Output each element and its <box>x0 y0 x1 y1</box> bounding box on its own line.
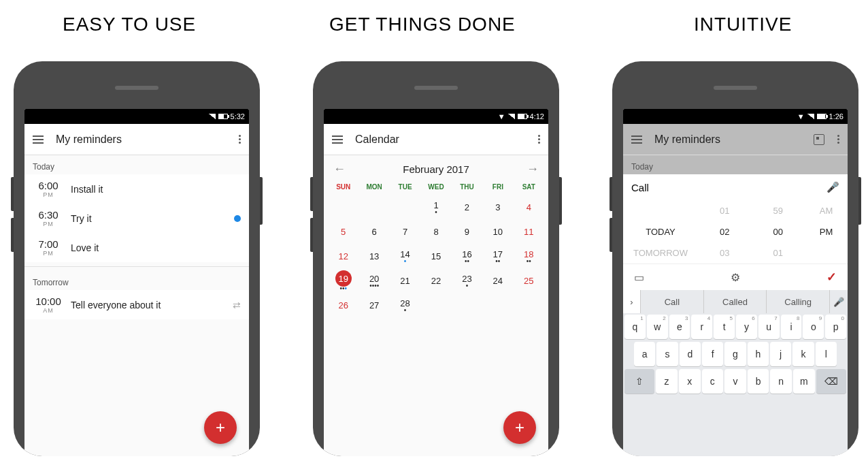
section-tomorrow: Tomorrow <box>24 271 249 290</box>
key-z[interactable]: z <box>656 369 678 394</box>
calendar-day[interactable]: 23• <box>452 268 482 293</box>
key-q[interactable]: q1 <box>624 315 646 339</box>
key-m[interactable]: m <box>793 369 815 394</box>
signal-icon <box>209 114 216 119</box>
suggestion-3[interactable]: Calling <box>767 290 830 313</box>
reminder-item[interactable]: 6:00 PM Install it <box>24 174 249 204</box>
calendar-day[interactable]: 15 <box>420 244 451 268</box>
prev-month-icon[interactable]: ← <box>333 162 346 176</box>
signal-icon <box>807 114 814 119</box>
more-icon[interactable] <box>837 135 839 144</box>
confirm-icon[interactable]: ✓ <box>827 270 837 285</box>
key-j[interactable]: j <box>770 342 791 366</box>
calendar-day[interactable]: 8 <box>420 219 451 244</box>
key-shift[interactable]: ⇧ <box>624 369 654 394</box>
signal-icon <box>508 114 515 119</box>
key-i[interactable]: i8 <box>781 315 802 339</box>
calendar-day[interactable]: 1• <box>420 195 451 219</box>
key-p[interactable]: p0 <box>825 315 846 339</box>
fab-add[interactable]: + <box>204 411 237 444</box>
key-e[interactable]: e3 <box>669 315 690 339</box>
event-dots-icon: • <box>435 210 437 214</box>
date-icon[interactable]: ▭ <box>634 271 644 284</box>
menu-icon[interactable] <box>33 135 44 144</box>
suggestion-expand-icon[interactable]: › <box>623 290 641 313</box>
calendar-day[interactable]: 6 <box>358 219 389 244</box>
status-bar: 5:32 <box>24 109 249 124</box>
menu-icon[interactable] <box>332 135 343 144</box>
calendar-day[interactable]: 3 <box>482 195 513 219</box>
calendar-day[interactable]: 14• <box>390 244 420 268</box>
key-o[interactable]: o9 <box>803 315 824 339</box>
calendar-day[interactable]: 9 <box>452 219 482 244</box>
calendar-day[interactable]: 12 <box>328 244 358 268</box>
calendar-day[interactable]: 16•• <box>452 244 482 268</box>
keyboard-mic-icon[interactable]: 🎤 <box>830 297 848 307</box>
reminder-input[interactable]: Call 🎤 <box>623 174 848 200</box>
key-a[interactable]: a <box>634 342 655 366</box>
key-t[interactable]: t5 <box>714 315 735 339</box>
calendar-day[interactable]: 5 <box>328 219 358 244</box>
key-l[interactable]: l <box>816 342 837 366</box>
key-w[interactable]: w2 <box>647 315 668 339</box>
calendar-day[interactable]: 4 <box>514 195 544 219</box>
key-u[interactable]: u7 <box>758 315 780 339</box>
calendar-day[interactable]: 17•• <box>482 244 513 268</box>
calendar-day[interactable]: 13 <box>358 244 389 268</box>
key-d[interactable]: d <box>680 342 701 366</box>
suggestion-bar: › Call Called Calling 🎤 <box>623 290 848 313</box>
key-x[interactable]: x <box>679 369 701 394</box>
more-icon[interactable] <box>238 135 241 144</box>
reminder-item[interactable]: 6:30 PM Try it <box>24 204 249 233</box>
next-month-icon[interactable]: → <box>527 162 539 176</box>
calendar-dow: SUN <box>328 179 358 195</box>
picker-hour-curr[interactable]: 02 <box>698 221 752 242</box>
calendar-day[interactable]: 11 <box>514 219 544 244</box>
calendar-day[interactable]: 28• <box>390 293 420 317</box>
calendar-day[interactable]: 26 <box>328 293 358 317</box>
reminder-input-value: Call <box>631 182 827 193</box>
suggestion-2[interactable]: Called <box>704 290 767 313</box>
picker-ampm-curr[interactable]: PM <box>805 221 848 242</box>
picker-min-curr[interactable]: 00 <box>752 221 805 242</box>
picker-day-curr[interactable]: TODAY <box>623 221 698 242</box>
picker-ampm-next <box>805 242 848 264</box>
time-picker[interactable]: 01 59 AM TODAY 02 00 PM TOMORROW 03 01 <box>623 200 848 264</box>
reminder-item[interactable]: 7:00 PM Love it <box>24 233 249 262</box>
key-f[interactable]: f <box>702 342 723 366</box>
reminder-item[interactable]: 10:00 AM Tell everyone about it ⇄ <box>24 290 249 319</box>
key-c[interactable]: c <box>702 369 724 394</box>
settings-icon[interactable]: ⚙ <box>731 271 740 284</box>
calendar-day[interactable]: 19••• <box>328 268 358 293</box>
key-h[interactable]: h <box>748 342 769 366</box>
calendar-day[interactable]: 7 <box>390 219 420 244</box>
fab-add[interactable]: + <box>503 411 536 444</box>
calendar-day[interactable]: 21 <box>390 268 420 293</box>
key-s[interactable]: s <box>656 342 678 366</box>
key-v[interactable]: v <box>724 369 746 394</box>
calendar-day[interactable]: 10 <box>482 219 513 244</box>
calendar-icon[interactable] <box>814 134 824 145</box>
menu-icon[interactable] <box>631 135 642 144</box>
key-b[interactable]: b <box>748 369 769 394</box>
calendar-day[interactable]: 18•• <box>514 244 544 268</box>
calendar-day[interactable]: 22 <box>420 268 451 293</box>
key-y[interactable]: y6 <box>736 315 757 339</box>
mic-icon[interactable]: 🎤 <box>827 181 839 193</box>
calendar-day[interactable]: 25 <box>514 268 544 293</box>
key-k[interactable]: k <box>792 342 814 366</box>
battery-icon <box>518 114 527 119</box>
calendar-day[interactable]: 27 <box>358 293 389 317</box>
calendar-day[interactable]: 2 <box>452 195 482 219</box>
reminder-ampm: AM <box>33 307 64 314</box>
event-dots-icon: •• <box>527 259 531 264</box>
calendar-day[interactable]: 24 <box>482 268 513 293</box>
key-r[interactable]: r4 <box>691 315 712 339</box>
more-icon[interactable] <box>537 135 540 144</box>
key-g[interactable]: g <box>724 342 746 366</box>
status-time: 4:12 <box>530 112 544 121</box>
key-backspace[interactable]: ⌫ <box>816 369 846 394</box>
calendar-day[interactable]: 20•••• <box>358 268 389 293</box>
key-n[interactable]: n <box>770 369 792 394</box>
suggestion-1[interactable]: Call <box>641 290 704 313</box>
